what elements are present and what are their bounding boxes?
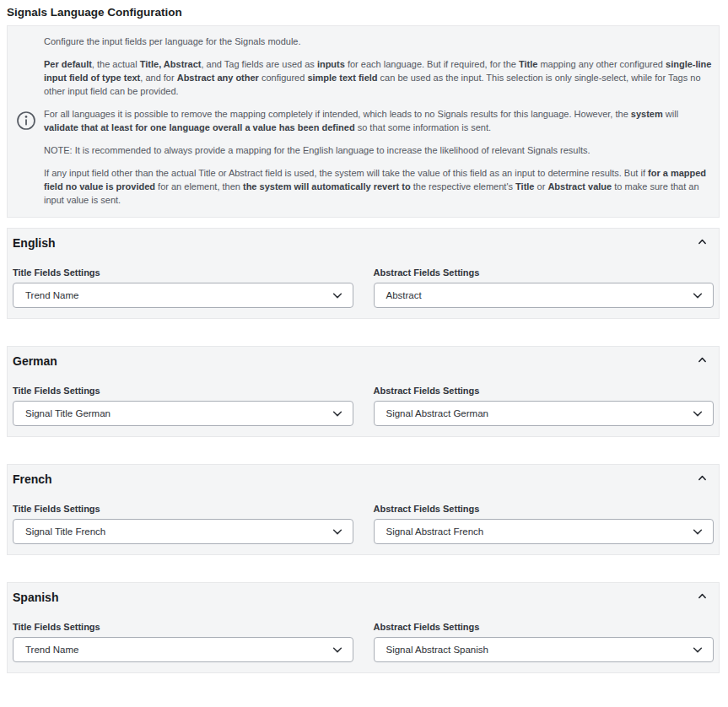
chevron-down-icon: [692, 407, 704, 421]
title-fields-select[interactable]: Signal Title French: [13, 519, 353, 544]
language-section-french: French Title Fields Settings Signal Titl…: [7, 464, 720, 555]
abstract-fields-select[interactable]: Abstract: [374, 283, 715, 308]
chevron-down-icon: [692, 644, 704, 657]
language-name: French: [13, 472, 52, 486]
selected-value: Trend Name: [25, 290, 79, 300]
selected-value: Signal Title German: [25, 408, 111, 418]
language-section-spanish: Spanish Title Fields Settings Trend Name…: [7, 582, 720, 673]
abstract-fields-select[interactable]: Signal Abstract German: [374, 401, 715, 426]
selected-value: Signal Title French: [25, 526, 105, 537]
info-icon: [16, 111, 36, 131]
language-name: English: [13, 236, 56, 250]
fields-row: Title Fields Settings Signal Title Frenc…: [13, 490, 714, 544]
abstract-field-group: Abstract Fields Settings Signal Abstract…: [374, 490, 715, 544]
title-fields-settings-label: Title Fields Settings: [13, 267, 353, 278]
abstract-field-group: Abstract Fields Settings Signal Abstract…: [374, 608, 715, 662]
page-title: Signals Language Configuration: [7, 6, 720, 19]
abstract-fields-settings-label: Abstract Fields Settings: [374, 504, 715, 514]
selected-value: Trend Name: [25, 645, 79, 655]
chevron-down-icon: [332, 289, 343, 303]
title-fields-settings-label: Title Fields Settings: [13, 622, 353, 632]
language-name: Spanish: [13, 591, 58, 604]
language-section-header: French: [13, 470, 714, 488]
collapse-section-button[interactable]: [693, 235, 711, 251]
fields-row: Title Fields Settings Trend Name Abstrac…: [13, 254, 714, 308]
title-fields-settings-label: Title Fields Settings: [13, 386, 353, 396]
language-section-english: English Title Fields Settings Trend Name…: [7, 228, 720, 319]
language-section-header: German: [13, 352, 714, 370]
fields-row: Title Fields Settings Signal Title Germa…: [13, 372, 714, 426]
info-paragraph: For all languages it is possible to remo…: [44, 107, 712, 134]
language-section-header: English: [13, 234, 714, 252]
chevron-down-icon: [692, 289, 704, 303]
fields-row: Title Fields Settings Trend Name Abstrac…: [13, 608, 714, 662]
title-fields-select[interactable]: Signal Title German: [13, 401, 353, 426]
chevron-up-icon: [697, 236, 708, 250]
info-paragraph: If any input field other than the actual…: [44, 166, 712, 207]
chevron-down-icon: [692, 526, 704, 539]
selected-value: Signal Abstract German: [386, 408, 488, 418]
selected-value: Signal Abstract Spanish: [386, 645, 488, 655]
collapse-section-button[interactable]: [693, 353, 711, 370]
info-box: Configure the input fields per language …: [7, 25, 720, 218]
title-fields-select[interactable]: Trend Name: [13, 283, 353, 308]
info-paragraph: Configure the input fields per language …: [44, 35, 712, 48]
title-field-group: Title Fields Settings Signal Title Frenc…: [13, 490, 353, 544]
selected-value: Signal Abstract French: [386, 526, 484, 537]
chevron-up-icon: [697, 591, 708, 604]
chevron-down-icon: [332, 526, 343, 539]
collapse-section-button[interactable]: [693, 589, 711, 606]
abstract-fields-settings-label: Abstract Fields Settings: [374, 267, 715, 278]
abstract-field-group: Abstract Fields Settings Signal Abstract…: [374, 372, 715, 426]
info-text: Configure the input fields per language …: [44, 35, 712, 207]
abstract-fields-settings-label: Abstract Fields Settings: [374, 622, 715, 632]
chevron-down-icon: [332, 644, 343, 657]
title-field-group: Title Fields Settings Trend Name: [13, 608, 353, 662]
signals-language-configuration-page: Signals Language Configuration Configure…: [0, 6, 728, 707]
chevron-up-icon: [697, 472, 708, 486]
chevron-down-icon: [332, 407, 343, 421]
title-field-group: Title Fields Settings Signal Title Germa…: [13, 372, 353, 426]
chevron-up-icon: [697, 354, 708, 368]
title-fields-settings-label: Title Fields Settings: [13, 504, 353, 514]
abstract-fields-select[interactable]: Signal Abstract French: [374, 519, 715, 544]
abstract-field-group: Abstract Fields Settings Abstract: [374, 254, 715, 308]
language-name: German: [13, 354, 57, 368]
info-paragraph: NOTE: It is recommended to always provid…: [44, 143, 712, 157]
abstract-fields-settings-label: Abstract Fields Settings: [374, 386, 715, 396]
info-paragraph: Per default, the actual Title, Abstract,…: [44, 57, 712, 98]
collapse-section-button[interactable]: [693, 471, 711, 488]
title-fields-select[interactable]: Trend Name: [13, 637, 353, 662]
language-section-german: German Title Fields Settings Signal Titl…: [7, 346, 720, 437]
language-section-header: Spanish: [13, 588, 714, 607]
title-field-group: Title Fields Settings Trend Name: [13, 254, 353, 308]
selected-value: Abstract: [386, 290, 422, 300]
abstract-fields-select[interactable]: Signal Abstract Spanish: [374, 637, 715, 662]
